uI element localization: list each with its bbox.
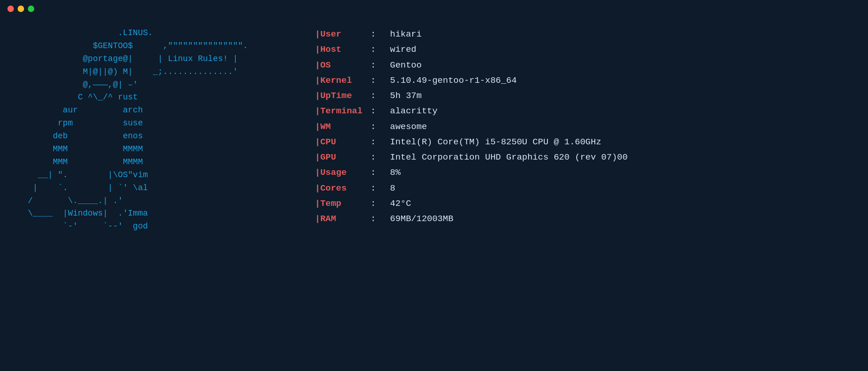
info-value: 5h 37m: [390, 88, 421, 104]
info-value: 8: [390, 181, 395, 196]
info-value: Intel(R) Core(TM) i5-8250U CPU @ 1.60GHz: [390, 135, 601, 150]
info-separator: :: [371, 150, 384, 165]
terminal-content: .LINUS. $GENTOO$ ,""""""""""""""". @port…: [0, 18, 868, 242]
info-key: |Cores: [315, 181, 371, 196]
info-separator: :: [371, 119, 384, 135]
info-row: |Usage :8%: [315, 165, 840, 180]
info-key: |OS: [315, 58, 371, 73]
terminal-window: .LINUS. $GENTOO$ ,""""""""""""""". @port…: [0, 0, 868, 371]
info-row: |Cores :8: [315, 181, 840, 196]
info-key: |RAM: [315, 211, 371, 227]
info-key: |Host: [315, 42, 371, 57]
info-separator: :: [371, 211, 384, 227]
info-row: |Host :wired: [315, 42, 840, 57]
info-value: 42°C: [390, 196, 411, 211]
info-separator: :: [371, 135, 384, 150]
info-key: |Terminal: [315, 104, 371, 119]
info-value: hikari: [390, 27, 421, 42]
info-row: |UpTime :5h 37m: [315, 88, 840, 104]
close-button[interactable]: [7, 6, 14, 12]
info-row: |WM :awesome: [315, 119, 840, 135]
info-value: wired: [390, 42, 416, 57]
info-value: Gentoo: [390, 58, 421, 73]
info-value: alacritty: [390, 104, 438, 119]
info-row: |Temp :42°C: [315, 196, 840, 211]
info-row: |CPU :Intel(R) Core(TM) i5-8250U CPU @ 1…: [315, 135, 840, 150]
info-separator: :: [371, 181, 384, 196]
info-key: |Usage: [315, 165, 371, 180]
info-value: 69MB/12003MB: [390, 211, 453, 227]
info-value: awesome: [390, 119, 427, 135]
info-row: |Terminal :alacritty: [315, 104, 840, 119]
info-key: |UpTime: [315, 88, 371, 104]
sysinfo-panel: |User :hikari|Host :wired|OS :Gentoo|Ker…: [296, 27, 840, 233]
titlebar: [0, 0, 868, 18]
info-key: |CPU: [315, 135, 371, 150]
info-key: |Kernel: [315, 73, 371, 88]
ascii-art: .LINUS. $GENTOO$ ,""""""""""""""". @port…: [28, 27, 296, 233]
info-row: |Kernel :5.10.49-gentoo-r1-x86_64: [315, 73, 840, 88]
info-value: 5.10.49-gentoo-r1-x86_64: [390, 73, 517, 88]
info-value: Intel Corporation UHD Graphics 620 (rev …: [390, 150, 628, 165]
minimize-button[interactable]: [18, 6, 24, 12]
info-row: |GPU :Intel Corporation UHD Graphics 620…: [315, 150, 840, 165]
info-separator: :: [371, 42, 384, 57]
info-key: |GPU: [315, 150, 371, 165]
info-separator: :: [371, 88, 384, 104]
info-key: |WM: [315, 119, 371, 135]
info-row: |RAM :69MB/12003MB: [315, 211, 840, 227]
maximize-button[interactable]: [28, 6, 34, 12]
info-separator: :: [371, 196, 384, 211]
info-separator: :: [371, 73, 384, 88]
info-key: |User: [315, 27, 371, 42]
info-separator: :: [371, 165, 384, 180]
info-key: |Temp: [315, 196, 371, 211]
info-row: |User :hikari: [315, 27, 840, 42]
info-value: 8%: [390, 165, 401, 180]
info-separator: :: [371, 27, 384, 42]
info-separator: :: [371, 104, 384, 119]
info-separator: :: [371, 58, 384, 73]
info-row: |OS :Gentoo: [315, 58, 840, 73]
